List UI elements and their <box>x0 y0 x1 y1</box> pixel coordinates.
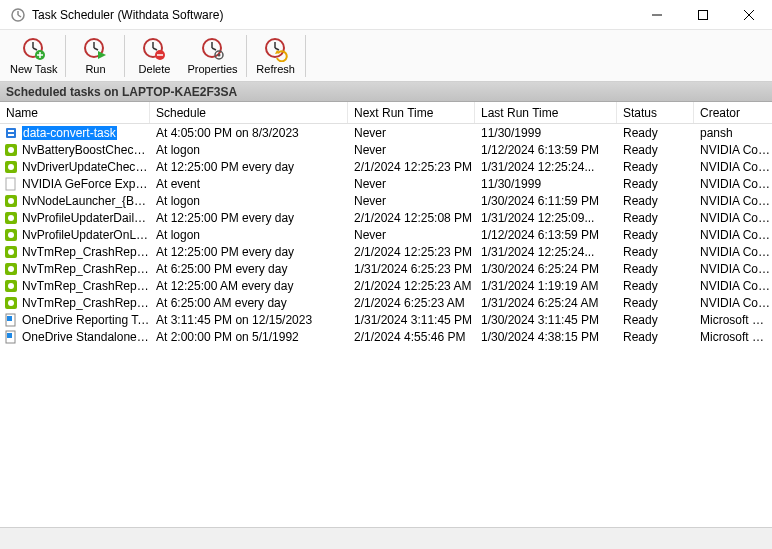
clock-gear-icon <box>200 36 226 62</box>
statusbar <box>0 527 772 549</box>
task-last: 1/30/2024 3:11:45 PM <box>475 313 617 327</box>
table-row[interactable]: NvNodeLauncher_{B2F...At logonNever1/30/… <box>0 192 772 209</box>
toolbar-label: Refresh <box>256 63 295 75</box>
task-creator: NVIDIA Corp... <box>694 143 772 157</box>
svg-point-42 <box>8 215 14 221</box>
table-body[interactable]: data-convert-taskAt 4:05:00 PM on 8/3/20… <box>0 124 772 527</box>
table-row[interactable]: OneDrive Standalone U...At 2:00:00 PM on… <box>0 328 772 345</box>
toolbar-label: Run <box>85 63 105 75</box>
table-row[interactable]: data-convert-taskAt 4:05:00 PM on 8/3/20… <box>0 124 772 141</box>
task-icon <box>4 296 18 310</box>
column-header-next[interactable]: Next Run Time <box>348 102 475 123</box>
column-header-last[interactable]: Last Run Time <box>475 102 617 123</box>
task-last: 1/31/2024 6:25:24 AM <box>475 296 617 310</box>
window-controls <box>634 0 772 29</box>
minimize-button[interactable] <box>634 0 680 29</box>
toolbar-separator <box>124 35 125 77</box>
task-status: Ready <box>617 143 694 157</box>
task-creator: NVIDIA Corp... <box>694 262 772 276</box>
svg-rect-33 <box>8 134 14 136</box>
table-row[interactable]: NvTmRep_CrashReport...At 6:25:00 PM ever… <box>0 260 772 277</box>
task-name: NvProfileUpdaterOnLog... <box>22 228 150 242</box>
toolbar-label: Delete <box>139 63 171 75</box>
svg-point-40 <box>8 198 14 204</box>
svg-rect-56 <box>7 333 12 338</box>
task-creator: Microsoft Cor... <box>694 330 772 344</box>
task-schedule: At 2:00:00 PM on 5/1/1992 <box>150 330 348 344</box>
table-row[interactable]: NvDriverUpdateCheckD...At 12:25:00 PM ev… <box>0 158 772 175</box>
task-status: Ready <box>617 194 694 208</box>
task-name: NvTmRep_CrashReport... <box>22 245 150 259</box>
task-next: Never <box>348 143 475 157</box>
task-name: OneDrive Reporting Ta... <box>22 313 150 327</box>
svg-point-37 <box>8 164 14 170</box>
column-header-name[interactable]: Name <box>0 102 150 123</box>
close-button[interactable] <box>726 0 772 29</box>
table-row[interactable]: NvBatteryBoostCheckO...At logonNever1/12… <box>0 141 772 158</box>
task-icon <box>4 194 18 208</box>
task-name: NvTmRep_CrashReport... <box>22 296 150 310</box>
table-row[interactable]: NvProfileUpdaterDaily_...At 12:25:00 PM … <box>0 209 772 226</box>
table-row[interactable]: NVIDIA GeForce Experi...At eventNever11/… <box>0 175 772 192</box>
app-icon <box>10 7 26 23</box>
table-row[interactable]: NvTmRep_CrashReport...At 6:25:00 AM ever… <box>0 294 772 311</box>
task-status: Ready <box>617 211 694 225</box>
svg-point-44 <box>8 232 14 238</box>
task-name: data-convert-task <box>22 126 117 140</box>
table-row[interactable]: NvTmRep_CrashReport...At 12:25:00 PM eve… <box>0 243 772 260</box>
column-header-creator[interactable]: Creator <box>694 102 772 123</box>
task-next: Never <box>348 228 475 242</box>
task-status: Ready <box>617 313 694 327</box>
task-status: Ready <box>617 330 694 344</box>
task-next: Never <box>348 126 475 140</box>
task-schedule: At logon <box>150 228 348 242</box>
table-row[interactable]: NvTmRep_CrashReport...At 12:25:00 AM eve… <box>0 277 772 294</box>
task-last: 1/30/2024 6:11:59 PM <box>475 194 617 208</box>
svg-line-29 <box>275 48 279 50</box>
task-status: Ready <box>617 228 694 242</box>
task-schedule: At 4:05:00 PM on 8/3/2023 <box>150 126 348 140</box>
svg-rect-38 <box>6 178 15 190</box>
svg-line-9 <box>33 48 37 50</box>
titlebar: Task Scheduler (Withdata Software) <box>0 0 772 30</box>
task-last: 1/12/2024 6:13:59 PM <box>475 228 617 242</box>
table-row[interactable]: NvProfileUpdaterOnLog...At logonNever1/1… <box>0 226 772 243</box>
svg-point-26 <box>217 54 220 57</box>
banner: Scheduled tasks on LAPTOP-KAE2F3SA <box>0 82 772 102</box>
clock-delete-icon <box>141 36 167 62</box>
column-header-schedule[interactable]: Schedule <box>150 102 348 123</box>
task-creator: NVIDIA Corp... <box>694 245 772 259</box>
task-creator: Microsoft Cor... <box>694 313 772 327</box>
column-header-status[interactable]: Status <box>617 102 694 123</box>
toolbar-separator <box>305 35 306 77</box>
task-last: 1/31/2024 12:25:24... <box>475 245 617 259</box>
task-next: 2/1/2024 12:25:08 PM <box>348 211 475 225</box>
task-name: NvProfileUpdaterDaily_... <box>22 211 150 225</box>
new-task-button[interactable]: New Task <box>4 34 63 77</box>
task-schedule: At 12:25:00 PM every day <box>150 160 348 174</box>
task-status: Ready <box>617 262 694 276</box>
task-schedule: At 6:25:00 PM every day <box>150 262 348 276</box>
clock-refresh-icon <box>263 36 289 62</box>
task-next: 1/31/2024 6:25:23 PM <box>348 262 475 276</box>
clock-plus-icon <box>21 36 47 62</box>
task-last: 1/30/2024 6:25:24 PM <box>475 262 617 276</box>
task-next: 2/1/2024 12:25:23 PM <box>348 160 475 174</box>
task-last: 1/31/2024 1:19:19 AM <box>475 279 617 293</box>
svg-point-52 <box>8 300 14 306</box>
svg-rect-32 <box>8 130 14 132</box>
svg-rect-31 <box>6 128 16 138</box>
delete-button[interactable]: Delete <box>127 34 181 77</box>
run-button[interactable]: Run <box>68 34 122 77</box>
task-schedule: At logon <box>150 143 348 157</box>
task-schedule: At 6:25:00 AM every day <box>150 296 348 310</box>
task-icon <box>4 126 18 140</box>
table-row[interactable]: OneDrive Reporting Ta...At 3:11:45 PM on… <box>0 311 772 328</box>
maximize-button[interactable] <box>680 0 726 29</box>
task-name: NvBatteryBoostCheckO... <box>22 143 150 157</box>
refresh-button[interactable]: Refresh <box>249 34 303 77</box>
task-name: NvNodeLauncher_{B2F... <box>22 194 150 208</box>
properties-button[interactable]: Properties <box>181 34 243 77</box>
svg-line-24 <box>212 48 216 50</box>
task-schedule: At 12:25:00 PM every day <box>150 211 348 225</box>
